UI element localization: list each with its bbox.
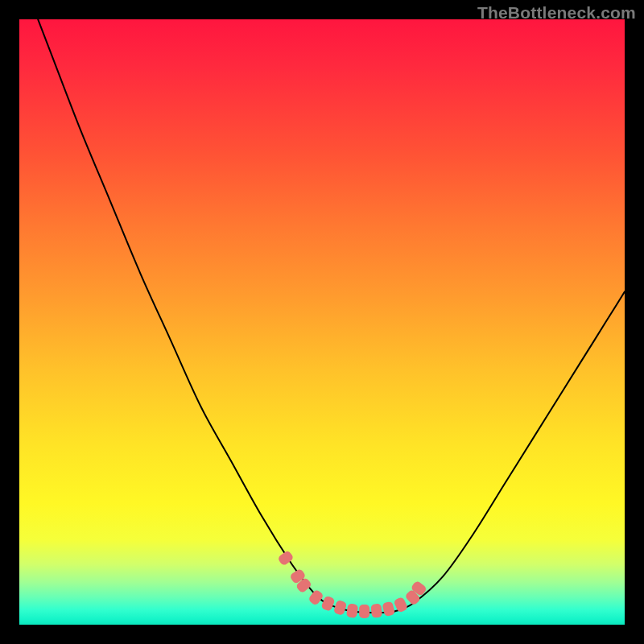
watermark-label: TheBottleneck.com — [477, 3, 636, 23]
curve-layer — [19, 19, 625, 613]
curve-marker — [333, 600, 347, 616]
curve-marker — [346, 603, 358, 618]
curve-marker — [359, 605, 369, 618]
curve-marker — [382, 601, 395, 617]
chart-svg — [19, 19, 625, 625]
marker-layer — [277, 550, 427, 618]
curve-marker — [308, 588, 324, 605]
bottleneck-curve — [19, 19, 625, 613]
curve-marker — [320, 595, 336, 612]
curve-marker — [370, 604, 382, 618]
chart-frame: TheBottleneck.com — [0, 0, 644, 644]
plot-area — [19, 19, 625, 625]
